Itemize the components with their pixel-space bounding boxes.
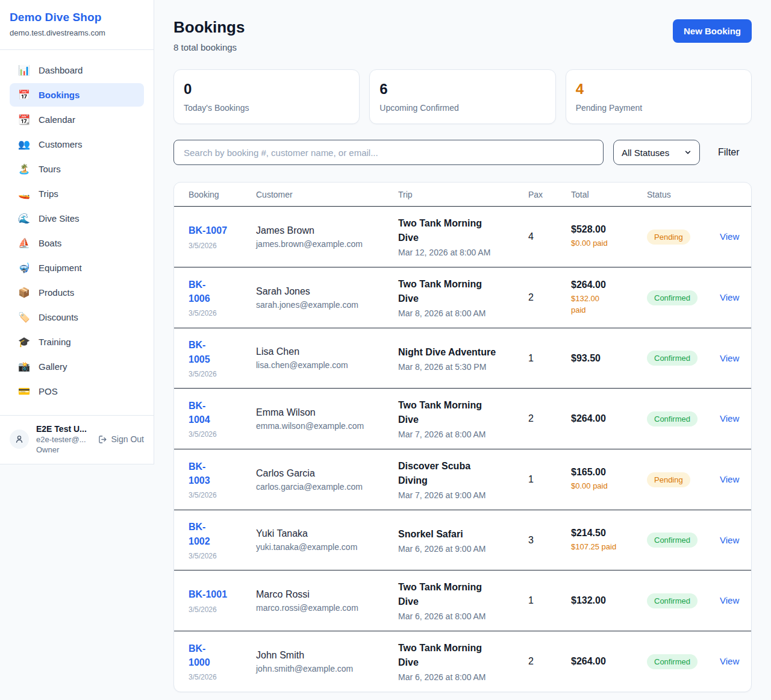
total-cell: $132.00 [571,595,647,606]
nav-item-label: Calendar [39,114,75,125]
total-cell: $93.50 [571,353,647,364]
sign-out-button[interactable]: Sign Out [98,434,144,445]
status-badge: Confirmed [647,654,698,669]
new-booking-button[interactable]: New Booking [673,19,752,43]
table-header: Booking Customer Trip Pax Total Status [174,183,751,207]
graduation-cap-icon: 🎓 [18,336,30,348]
status-cell: Pending [647,472,720,487]
booking-ref-link[interactable]: BK- 1006 [189,278,210,305]
status-badge: Confirmed [647,411,698,427]
total-amount: $264.00 [571,656,640,667]
pax-count: 1 [528,353,571,364]
booking-cell: BK- 1004 3/5/2026 [189,399,256,439]
trip-name: Two Tank Morning Dive [398,277,521,306]
booking-ref-link[interactable]: BK- 1003 [189,460,210,487]
status-cell: Confirmed [647,290,720,305]
view-link[interactable]: View [720,474,739,484]
sidebar-item-equipment[interactable]: 🤿 Equipment [10,256,144,280]
view-link[interactable]: View [720,231,739,242]
booking-date: 3/5/2026 [189,309,249,317]
view-link[interactable]: View [720,656,739,666]
pax-count: 1 [528,474,571,485]
nav-item-label: Trips [39,189,58,199]
user-role: Owner [36,445,90,454]
view-link[interactable]: View [720,535,739,545]
sidebar-item-gallery[interactable]: 📸 Gallery [10,355,144,378]
table-row: BK- 1004 3/5/2026 Emma Wilson emma.wilso… [174,388,751,449]
nav-item-label: Products [39,287,74,298]
booking-cell: BK- 1000 3/5/2026 [189,642,256,681]
stats-row: 0 Today's Bookings 6 Upcoming Confirmed … [173,69,752,124]
wave-icon: 🌊 [18,213,30,224]
status-badge: Confirmed [647,593,698,608]
booking-ref-link[interactable]: BK- 1002 [189,520,210,548]
total-amount: $264.00 [571,280,640,290]
sailboat-icon: ⛵ [18,237,30,249]
customer-cell: James Brown james.brown@example.com [256,225,398,249]
calendar-icon: 📅 [18,89,30,101]
view-link[interactable]: View [720,595,739,605]
total-cell: $214.50 $107.25 paid [571,528,647,552]
customer-name: Lisa Chen [256,346,391,357]
booking-date: 3/5/2026 [189,552,249,560]
trip-datetime: Mar 6, 2026 at 9:00 AM [398,544,521,554]
nav-item-label: Discounts [39,312,78,322]
chevron-down-icon [684,149,691,156]
status-filter-select[interactable]: All Statuses [613,140,700,165]
filter-button[interactable]: Filter [710,147,748,158]
total-amount: $214.50 [571,528,640,539]
customer-email: sarah.jones@example.com [256,300,391,310]
speedboat-icon: 🚤 [18,188,30,199]
stat-card: 6 Upcoming Confirmed [369,69,555,124]
search-input[interactable] [173,140,604,165]
credit-card-icon: 💳 [18,386,30,397]
sidebar-item-dive-sites[interactable]: 🌊 Dive Sites [10,207,144,230]
view-link[interactable]: View [720,353,739,363]
sidebar-item-tours[interactable]: 🏝️ Tours [10,157,144,181]
nav-item-label: Equipment [39,263,82,273]
column-header-pax: Pax [528,190,571,199]
sidebar-item-trips[interactable]: 🚤 Trips [10,182,144,205]
customer-cell: Yuki Tanaka yuki.tanaka@example.com [256,528,398,552]
sidebar-item-boats[interactable]: ⛵ Boats [10,231,144,255]
bookings-table: Booking Customer Trip Pax Total Status B… [173,182,752,692]
view-link[interactable]: View [720,413,739,423]
view-link[interactable]: View [720,292,739,302]
actions-cell: View [720,353,737,364]
trip-name: Snorkel Safari [398,527,521,542]
booking-cell: BK- 1005 3/5/2026 [189,338,256,378]
booking-ref-link[interactable]: BK- 1004 [189,399,210,427]
status-badge: Pending [647,230,690,245]
pax-count: 2 [528,656,571,667]
booking-ref-link[interactable]: BK-1007 [189,223,227,237]
trip-cell: Two Tank Morning Dive Mar 6, 2026 at 8:0… [398,580,528,621]
sidebar-item-dashboard[interactable]: 📊 Dashboard [10,58,144,82]
sidebar-item-customers[interactable]: 👥 Customers [10,133,144,156]
stat-value: 4 [576,81,741,98]
sidebar-item-pos[interactable]: 💳 POS [10,380,144,403]
customer-name: Marco Rossi [256,589,391,600]
total-amount: $264.00 [571,413,640,424]
sidebar-item-training[interactable]: 🎓 Training [10,330,144,354]
shop-domain: demo.test.divestreams.com [10,28,144,37]
sidebar-item-bookings[interactable]: 📅 Bookings [10,83,144,107]
pax-count: 2 [528,292,571,303]
trip-datetime: Mar 12, 2026 at 8:00 AM [398,248,521,257]
status-cell: Pending [647,230,720,245]
sidebar-item-calendar[interactable]: 📆 Calendar [10,108,144,131]
booking-date: 3/5/2026 [189,370,249,378]
total-cell: $528.00 $0.00 paid [571,224,647,249]
booking-ref-link[interactable]: BK-1001 [189,587,227,601]
sidebar-item-discounts[interactable]: 🏷️ Discounts [10,305,144,329]
booking-ref-link[interactable]: BK- 1000 [189,642,210,669]
customer-name: Carlos Garcia [256,468,391,479]
booking-ref-link[interactable]: BK- 1005 [189,338,210,366]
booking-cell: BK- 1006 3/5/2026 [189,278,256,317]
avatar [10,430,29,449]
customer-cell: John Smith john.smith@example.com [256,650,398,673]
actions-cell: View [720,231,737,242]
island-icon: 🏝️ [18,163,30,175]
table-row: BK- 1000 3/5/2026 John Smith john.smith@… [174,631,751,692]
sidebar-item-products[interactable]: 📦 Products [10,281,144,304]
trip-datetime: Mar 6, 2026 at 8:00 AM [398,611,521,621]
